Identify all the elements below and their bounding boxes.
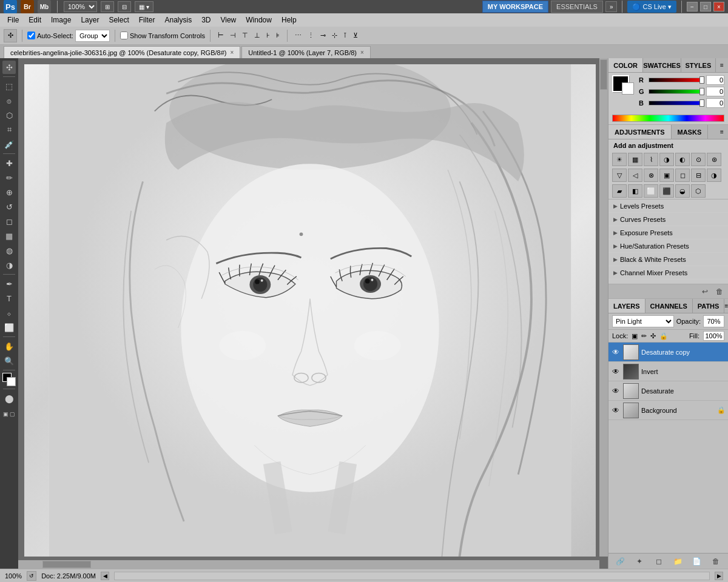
styles-tab[interactable]: STYLES [681, 58, 716, 72]
layer-eye-background[interactable]: 👁 [611, 406, 621, 415]
r-thumb[interactable] [699, 76, 704, 84]
menu-3d[interactable]: 3D [197, 13, 215, 27]
brightness-adj-icon[interactable]: ☀ [612, 153, 627, 166]
bw-adj-icon[interactable]: ▽ [612, 169, 627, 182]
show-transform-checkbox[interactable] [120, 32, 128, 39]
history-brush-tool[interactable]: ↺ [2, 200, 16, 213]
paths-tab[interactable]: PATHS [693, 299, 725, 313]
huesat-adj-icon[interactable]: ⊙ [691, 153, 706, 166]
eraser-tool[interactable]: ◻ [2, 215, 16, 228]
path-selection-tool[interactable]: ⬦ [2, 306, 16, 319]
tab-1[interactable]: celebrities-angelina-jolie-306316.jpg @ … [4, 46, 240, 58]
canvas-image[interactable] [24, 64, 596, 557]
layer-eye-desaturate[interactable]: 👁 [611, 386, 621, 396]
hscroll-thumb[interactable] [42, 561, 91, 568]
adj-panel-menu[interactable]: ≡ [716, 125, 728, 139]
canvas-vscroll[interactable] [599, 58, 608, 557]
clone-stamp-tool[interactable]: ⊕ [2, 186, 16, 199]
minimize-button[interactable]: − [687, 2, 698, 12]
posterize-adj-icon[interactable]: ⊟ [691, 169, 706, 182]
preset-row-huesat[interactable]: ▶ Hue/Saturation Presets [608, 239, 728, 253]
preset-row-exposure[interactable]: ▶ Exposure Presets [608, 226, 728, 239]
swatches-tab[interactable]: SWATCHES [643, 58, 681, 72]
masks-tab[interactable]: MASKS [672, 125, 709, 139]
color-panel-menu[interactable]: ≡ [716, 58, 728, 72]
layer-row-invert[interactable]: 👁 Invert [608, 362, 728, 381]
preset-row-levels[interactable]: ▶ Levels Presets [608, 199, 728, 213]
tab-2-close[interactable]: × [360, 49, 364, 56]
adj-return-icon[interactable]: ↩ [699, 286, 711, 298]
lock-pixels-icon[interactable]: ✏ [641, 332, 647, 340]
lock-position-icon[interactable]: ✣ [650, 332, 656, 340]
bridge-icon[interactable]: Br [21, 0, 34, 13]
menu-edit[interactable]: Edit [24, 13, 46, 27]
colorbalance-adj-icon[interactable]: ⊛ [707, 153, 721, 166]
preset-row-curves[interactable]: ▶ Curves Presets [608, 213, 728, 226]
b-slider[interactable] [649, 101, 704, 105]
link-layers-icon[interactable]: 🔗 [615, 555, 627, 567]
menu-layer[interactable]: Layer [76, 13, 104, 27]
arrange-button[interactable]: ⊟ [118, 1, 131, 12]
layer-row-desaturate-copy[interactable]: 👁 Desaturate copy [608, 343, 728, 362]
r-slider[interactable] [649, 78, 704, 82]
add-mask-icon[interactable]: ◻ [653, 555, 665, 567]
blend-mode-dropdown[interactable]: Pin Light Normal Multiply Screen Overlay [612, 315, 674, 327]
dist-bottom-button[interactable]: ⊻ [351, 30, 360, 41]
dist-center-v-button[interactable]: ⊺ [341, 30, 349, 41]
quick-mask-tool[interactable]: ⬤ [2, 392, 16, 405]
g-input[interactable]: 0 [706, 87, 724, 96]
g-slider[interactable] [649, 89, 704, 94]
standard-screen-button[interactable]: ▣ [3, 407, 9, 421]
dist-top-button[interactable]: ⊹ [329, 30, 340, 41]
dist-left-button[interactable]: ⋯ [292, 30, 304, 41]
levels-adj-icon[interactable]: ▦ [628, 153, 642, 166]
tab-1-close[interactable]: × [230, 49, 234, 56]
sharpen-adj-icon[interactable]: ⬡ [691, 184, 706, 198]
menu-file[interactable]: File [2, 13, 24, 27]
move-tool[interactable]: ✣ [2, 61, 16, 74]
align-center-v-button[interactable]: ⊦ [264, 30, 272, 41]
hand-tool[interactable]: ✋ [2, 340, 16, 353]
lasso-tool[interactable]: ⌾ [2, 94, 16, 107]
menu-analysis[interactable]: Analysis [160, 13, 197, 27]
delete-layer-icon[interactable]: 🗑 [710, 555, 722, 567]
zoom-select[interactable]: 100% [64, 1, 97, 12]
align-right-button[interactable]: ⊤ [240, 30, 251, 41]
channels-tab[interactable]: CHANNELS [645, 299, 693, 313]
curves-adj-icon[interactable]: ⌇ [644, 153, 658, 166]
auto-select-checkbox[interactable] [27, 32, 35, 39]
status-arrow-left[interactable]: ◀ [101, 572, 109, 580]
layers-tab[interactable]: LAYERS [608, 299, 645, 313]
zoom-tool[interactable]: 🔍 [2, 354, 16, 367]
cslive-button[interactable]: 🔵 CS Live ▾ [627, 1, 676, 13]
lock-transparency-icon[interactable]: ▣ [632, 332, 638, 340]
align-left-button[interactable]: ⊢ [215, 30, 226, 41]
threshold-adj-icon[interactable]: ◑ [707, 169, 721, 182]
workspace-button[interactable]: MY WORKSPACE [482, 1, 548, 13]
color-tab[interactable]: COLOR [608, 58, 643, 72]
layout-button[interactable]: ▦ ▾ [135, 1, 153, 12]
menu-filter[interactable]: Filter [134, 13, 160, 27]
maximize-button[interactable]: □ [700, 2, 711, 12]
align-center-h-button[interactable]: ⊣ [228, 30, 238, 41]
layer-row-background[interactable]: 👁 Background 🔒 [608, 401, 728, 420]
healing-brush-tool[interactable]: ✚ [2, 156, 16, 170]
more-workspaces-button[interactable]: » [605, 1, 618, 12]
colorlookup-adj-icon[interactable]: ▣ [659, 169, 674, 182]
channelmixer-adj-icon[interactable]: ⊗ [644, 169, 658, 182]
move-tool-button[interactable]: ✣ [4, 29, 17, 42]
brush-tool[interactable]: ✏ [2, 171, 16, 184]
status-arrow-right[interactable]: ▶ [715, 572, 723, 580]
blur-tool[interactable]: ◍ [2, 244, 16, 257]
dist-right-button[interactable]: ⊸ [318, 30, 328, 41]
adj-delete-icon[interactable]: 🗑 [713, 286, 726, 298]
eyedropper-tool[interactable]: 💉 [2, 138, 16, 151]
view-mode-button[interactable]: ⊞ [101, 1, 114, 12]
tab-2[interactable]: Untitled-1 @ 100% (Layer 7, RGB/8) × [241, 46, 371, 58]
pen-tool[interactable]: ✒ [2, 277, 16, 290]
menu-view[interactable]: View [215, 13, 241, 27]
b-thumb[interactable] [699, 99, 704, 107]
layer-eye-invert[interactable]: 👁 [611, 367, 621, 376]
color-bg-swatch[interactable] [622, 82, 634, 95]
vscroll-thumb[interactable] [600, 59, 607, 90]
